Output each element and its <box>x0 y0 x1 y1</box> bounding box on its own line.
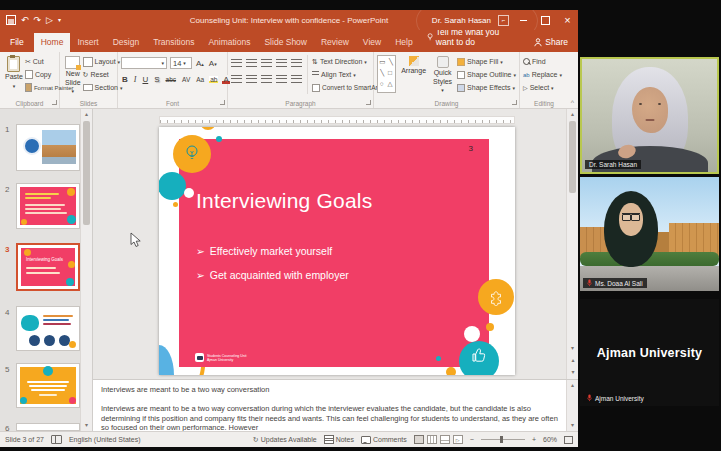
tab-design[interactable]: Design <box>106 33 146 52</box>
align-center-icon[interactable] <box>246 75 257 84</box>
share-button[interactable]: Share <box>524 33 578 52</box>
zoom-in-button[interactable]: + <box>532 436 536 443</box>
paragraph-dialog-launcher[interactable] <box>366 100 371 105</box>
columns-icon[interactable] <box>291 75 302 84</box>
bold-button[interactable]: B <box>121 75 129 84</box>
reading-view-button[interactable] <box>440 435 450 444</box>
slide-bullet-2[interactable]: ➢ Get acquainted with employer <box>196 269 349 281</box>
align-right-icon[interactable] <box>261 75 272 84</box>
slide-content-shape[interactable]: 3 Interviewing Goals ➢ Effectively marke… <box>179 139 489 367</box>
character-spacing-button[interactable]: AV <box>181 76 191 83</box>
redo-icon[interactable]: ↷ <box>34 16 42 25</box>
select-button[interactable]: ▷Select▾ <box>523 81 565 94</box>
tab-insert[interactable]: Insert <box>70 33 105 52</box>
tab-home[interactable]: Home <box>34 33 71 52</box>
tab-help[interactable]: Help <box>388 33 419 52</box>
close-button[interactable]: × <box>560 13 575 27</box>
zoom-slider-knob[interactable] <box>500 436 503 443</box>
undo-icon[interactable]: ↶ <box>21 16 29 25</box>
slide-thumbnail-3-selected[interactable]: Interviewing Goals <box>16 243 80 291</box>
minimize-button[interactable] <box>516 13 531 27</box>
paste-dropdown-icon[interactable]: ▾ <box>13 82 16 90</box>
updates-available-button[interactable]: ↻Updates Available <box>253 436 317 444</box>
spellcheck-icon[interactable] <box>51 435 62 444</box>
line-spacing-icon[interactable] <box>291 59 302 68</box>
font-name-combo[interactable]: ▾ <box>121 57 167 69</box>
previous-slide-button[interactable]: ▴ <box>567 356 578 365</box>
notes-scrollbar[interactable]: ▴ ▾ <box>566 380 578 431</box>
video-tile-speaker[interactable]: Dr. Sarah Hasan <box>580 57 719 174</box>
signed-in-user[interactable]: Dr. Sarah Hasan <box>432 16 491 25</box>
video-tile-2[interactable]: Ms. Doaa Al Sali <box>580 177 719 291</box>
tab-review[interactable]: Review <box>314 33 356 52</box>
tab-file[interactable]: File <box>0 33 34 52</box>
slide-thumbnail-1[interactable] <box>16 124 80 171</box>
increase-indent-icon[interactable] <box>276 59 287 68</box>
zoom-level[interactable]: 60% <box>543 436 557 443</box>
ribbon-display-options-icon[interactable]: ⌐ <box>498 15 509 26</box>
notes-toggle-button[interactable]: Notes <box>324 435 354 444</box>
justify-icon[interactable] <box>276 75 287 84</box>
slide-counter[interactable]: Slide 3 of 27 <box>5 436 44 443</box>
notes-pane[interactable]: Interviews are meant to be a two way con… <box>93 379 578 431</box>
highlight-color-button[interactable]: ab <box>209 76 218 83</box>
tab-view[interactable]: View <box>356 33 388 52</box>
thumbnail-scrollbar-thumb[interactable] <box>83 121 90 225</box>
comments-toggle-button[interactable]: Comments <box>361 436 407 444</box>
next-slide-button[interactable]: ▾ <box>567 368 578 377</box>
slide-sorter-view-button[interactable] <box>427 435 437 444</box>
paste-button[interactable]: Paste ▾ <box>3 55 25 94</box>
underline-button[interactable]: U <box>141 75 149 84</box>
align-left-icon[interactable] <box>231 75 242 84</box>
shape-outline-button[interactable]: Shape Outline▾ <box>457 68 516 81</box>
slide-scrollbar-thumb[interactable] <box>569 121 576 193</box>
numbering-icon[interactable] <box>246 59 257 68</box>
strikethrough-button[interactable]: abc <box>165 76 177 83</box>
tab-transitions[interactable]: Transitions <box>146 33 201 52</box>
new-slide-button[interactable]: New Slide ▾ <box>63 55 83 96</box>
tab-animations[interactable]: Animations <box>201 33 257 52</box>
video-tile-3[interactable]: Ajman University Ajman University <box>580 299 719 406</box>
slide-bullet-1[interactable]: ➢ Effectively market yourself <box>196 245 332 257</box>
shape-gallery[interactable]: ▭ ╲ ╲ □ ○ △ ◇ ▷ ○ ☆ ( ) ✶ ∿ { } ☆ <box>377 55 396 93</box>
section-button[interactable]: Section▾ <box>83 81 123 94</box>
slideshow-view-button[interactable]: ▷ <box>453 435 463 444</box>
bullets-icon[interactable] <box>231 59 242 68</box>
font-dialog-launcher[interactable] <box>220 100 225 105</box>
layout-button[interactable]: Layout▾ <box>83 55 123 68</box>
restore-button[interactable] <box>538 13 553 27</box>
text-shadow-button[interactable]: S <box>153 75 160 84</box>
thumbnail-scrollbar[interactable]: ▴ ▾ <box>80 109 92 431</box>
reset-button[interactable]: ↻Reset <box>83 68 123 81</box>
language-indicator[interactable]: English (United States) <box>69 436 141 443</box>
decrease-font-button[interactable]: A▾ <box>208 59 218 68</box>
decrease-indent-icon[interactable] <box>261 59 272 68</box>
slide-thumbnail-5[interactable] <box>16 363 80 408</box>
tab-slide-show[interactable]: Slide Show <box>257 33 314 52</box>
clipboard-dialog-launcher[interactable] <box>52 100 57 105</box>
slide-thumbnail-4[interactable] <box>16 306 80 351</box>
slide-thumbnail-2[interactable] <box>16 183 80 229</box>
slide-canvas[interactable]: 3 Interviewing Goals ➢ Effectively marke… <box>159 127 515 375</box>
shape-effects-button[interactable]: Shape Effects▾ <box>457 81 516 94</box>
font-size-combo[interactable]: 14▾ <box>170 57 192 69</box>
start-slideshow-icon[interactable]: ▷ <box>46 16 53 25</box>
drawing-dialog-launcher[interactable] <box>512 100 517 105</box>
normal-view-button[interactable] <box>414 435 424 444</box>
customize-qat-icon[interactable]: ▾ <box>58 16 61 25</box>
save-icon[interactable] <box>6 15 16 25</box>
fit-to-window-icon[interactable] <box>564 436 573 444</box>
find-button[interactable]: Find <box>523 55 565 68</box>
zoom-out-button[interactable]: − <box>470 436 474 443</box>
slide-title[interactable]: Interviewing Goals <box>196 189 372 213</box>
quick-styles-button[interactable]: Quick Styles ▾ <box>431 55 454 95</box>
zoom-slider[interactable] <box>481 439 525 440</box>
collapse-ribbon-icon[interactable]: ^ <box>571 99 574 106</box>
increase-font-button[interactable]: A▴ <box>195 59 205 68</box>
replace-button[interactable]: abReplace▾ <box>523 68 565 81</box>
shape-fill-button[interactable]: Shape Fill▾ <box>457 55 516 68</box>
arrange-button[interactable]: Arrange <box>399 55 428 76</box>
change-case-button[interactable]: Aa <box>195 76 205 83</box>
slide-scrollbar[interactable]: ▴ ▾ ▴ ▾ <box>566 109 578 379</box>
slide-thumbnail-6[interactable] <box>16 423 80 431</box>
